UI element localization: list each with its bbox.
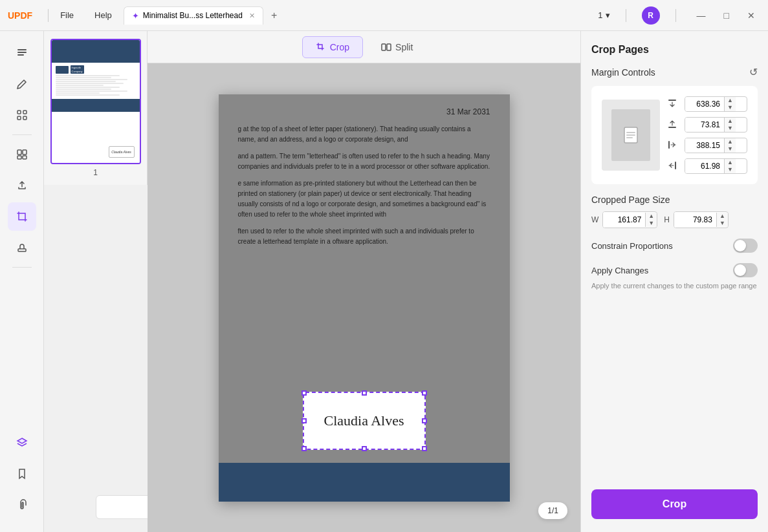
crop-handle-bc[interactable] (362, 446, 367, 451)
cropped-page-size-section: Cropped Page Size W ▲ ▼ H (591, 195, 758, 228)
width-input-group: ▲ ▼ (602, 211, 657, 228)
document-text-4: ften used to refer to the whole sheet im… (238, 226, 490, 247)
width-label: W (591, 215, 598, 224)
margin-left-input-group: ▲ ▼ (685, 138, 747, 153)
crop-action-button[interactable]: Crop (591, 489, 758, 519)
width-decrease[interactable]: ▼ (646, 220, 657, 227)
margin-reset-button[interactable]: ↺ (749, 66, 758, 78)
svg-rect-6 (23, 116, 27, 120)
app-logo: UPDF (8, 10, 32, 21)
margin-controls-section: Margin Controls ↺ (591, 66, 758, 184)
user-avatar[interactable]: R (642, 6, 660, 25)
page-preview (602, 100, 660, 171)
margin-left-decrease[interactable]: ▼ (725, 145, 736, 153)
tab-close-button[interactable]: ✕ (249, 12, 255, 20)
constrain-toggle[interactable] (733, 239, 758, 253)
page-thumbnail[interactable]: IngoudeCompany Claudia (50, 39, 141, 164)
thumbnail-region: IngoudeCompany Claudia (44, 31, 148, 532)
crop-handle-br[interactable] (422, 446, 427, 451)
margin-right-decrease[interactable]: ▼ (725, 166, 736, 173)
page-preview-inner (611, 109, 650, 161)
crop-handle-tr[interactable] (422, 390, 427, 396)
document-tab[interactable]: ✦ Minimalist Bu...ss Letterhead ✕ (124, 6, 263, 25)
height-increase[interactable]: ▲ (717, 213, 728, 220)
maximize-button[interactable]: □ (719, 8, 734, 23)
crop-handle-tc[interactable] (362, 390, 367, 396)
crop-handle-mr[interactable] (422, 418, 427, 423)
svg-rect-8 (23, 150, 27, 154)
sidebar-item-stamp[interactable] (8, 233, 36, 262)
margin-bottom-input[interactable] (685, 118, 724, 132)
width-increase[interactable]: ▲ (646, 213, 657, 220)
document-text-1: g at the top of a sheet of letter paper … (238, 124, 490, 145)
margin-bottom-decrease[interactable]: ▼ (725, 125, 736, 132)
document-text-2: and a pattern. The term "letterhead" is … (238, 151, 490, 172)
svg-rect-18 (668, 100, 676, 101)
constrain-label: Constrain Proportions (591, 241, 673, 251)
svg-rect-15 (626, 132, 635, 133)
margin-bottom-stepper: ▲ ▼ (724, 118, 736, 132)
margin-left-input[interactable] (685, 138, 724, 153)
height-input-group: ▲ ▼ (674, 211, 729, 228)
page-preview-icon (621, 125, 641, 145)
top-toolbar: Crop Split (148, 31, 580, 63)
file-menu[interactable]: File (56, 8, 78, 23)
margin-right-stepper: ▲ ▼ (724, 159, 736, 173)
apply-changes-toggle[interactable] (733, 263, 758, 277)
margin-inputs: ▲ ▼ ▲ ▼ (668, 96, 747, 174)
sidebar-item-bookmark[interactable] (8, 460, 36, 488)
margin-top-input[interactable] (685, 97, 724, 111)
svg-rect-3 (17, 111, 21, 114)
margin-left-icon (668, 140, 681, 151)
height-stepper: ▲ ▼ (716, 213, 728, 227)
crop-handle-ml[interactable] (302, 418, 307, 423)
width-input[interactable] (603, 212, 645, 228)
margin-left-increase[interactable]: ▲ (725, 138, 736, 145)
new-tab-button[interactable]: + (266, 7, 282, 24)
svg-rect-12 (382, 44, 386, 50)
sidebar-item-attachment[interactable] (8, 491, 36, 519)
svg-rect-16 (626, 134, 635, 136)
sidebar-item-organize[interactable] (8, 140, 36, 169)
margin-top-stepper: ▲ ▼ (724, 97, 736, 111)
help-menu[interactable]: Help (91, 8, 116, 23)
content-area: Crop Split 31 Mar 2031 g at the top of a… (148, 31, 580, 532)
margin-controls-title: Margin Controls (591, 67, 655, 78)
height-field: H ▲ ▼ (664, 211, 729, 228)
minimize-button[interactable]: — (692, 8, 711, 23)
sidebar-item-reader[interactable] (8, 39, 36, 67)
margin-top-increase[interactable]: ▲ (725, 97, 736, 104)
apply-changes-label: Apply Changes (591, 266, 648, 275)
signature-crop-box[interactable]: Claudia Alves (303, 392, 426, 450)
margin-right-increase[interactable]: ▲ (725, 159, 736, 166)
height-input[interactable] (674, 212, 716, 228)
margin-right-input[interactable] (685, 159, 724, 173)
margin-right-input-group: ▲ ▼ (685, 158, 747, 174)
svg-rect-9 (17, 156, 21, 159)
margin-left-row: ▲ ▼ (668, 138, 747, 153)
sidebar-item-crop[interactable] (8, 202, 36, 231)
crop-handle-bl[interactable] (302, 446, 307, 451)
close-button[interactable]: ✕ (742, 8, 760, 23)
svg-rect-7 (17, 150, 21, 154)
crop-tool-button[interactable]: Crop (302, 36, 363, 58)
sidebar-item-ocr[interactable] (8, 101, 36, 129)
page-nav-chevron[interactable]: ▾ (606, 10, 610, 20)
sidebar-divider-1 (12, 134, 32, 135)
margin-bottom-increase[interactable]: ▲ (725, 118, 736, 125)
margin-top-decrease[interactable]: ▼ (725, 104, 736, 111)
tab-icon: ✦ (132, 11, 139, 21)
svg-rect-19 (668, 127, 676, 128)
sidebar-item-edit[interactable] (8, 70, 36, 98)
split-tool-button[interactable]: Split (368, 37, 426, 58)
sidebar-item-export[interactable] (8, 171, 36, 200)
width-stepper: ▲ ▼ (645, 213, 657, 227)
height-label: H (664, 215, 670, 224)
sidebar-item-layers[interactable] (8, 429, 36, 457)
thumbnail-panel: IngoudeCompany Claudia (44, 31, 148, 185)
height-decrease[interactable]: ▼ (717, 220, 728, 227)
document-text-3: e same information as pre-printed statio… (238, 178, 490, 220)
crop-handle-tl[interactable] (302, 390, 307, 396)
svg-rect-0 (17, 49, 27, 50)
margin-bottom-input-group: ▲ ▼ (685, 117, 747, 133)
